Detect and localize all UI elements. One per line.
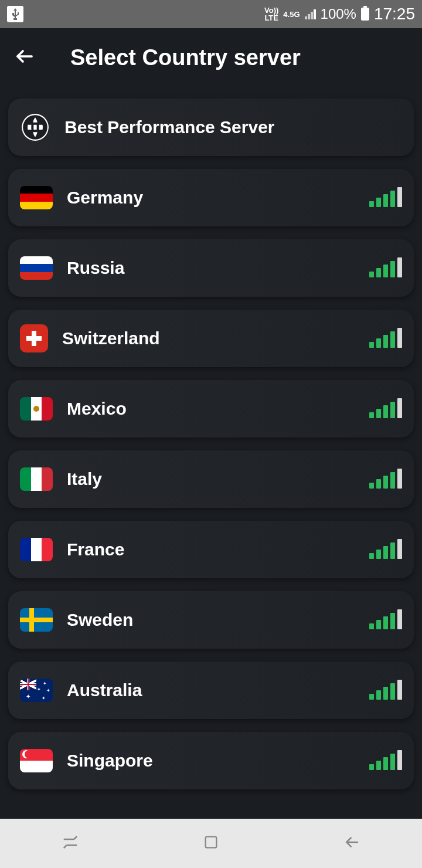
server-list: Best Performance Server Germany Russia S… <box>0 99 422 789</box>
signal-strength-icon <box>369 611 402 629</box>
server-item-switzerland[interactable]: Switzerland <box>8 310 414 367</box>
flag-australia-icon: ✦ ✦ ✦ ✦ ✦ <box>20 679 53 702</box>
volte-indicator: Vo)) LTE <box>264 6 278 22</box>
server-item-best[interactable]: Best Performance Server <box>8 99 414 156</box>
svg-rect-2 <box>206 837 217 848</box>
signal-strength-icon <box>369 259 402 277</box>
flag-switzerland-icon <box>20 324 48 352</box>
usb-icon <box>7 6 23 22</box>
header: Select Country server <box>0 28 422 87</box>
server-label: Best Performance Server <box>64 117 402 137</box>
recents-button[interactable] <box>62 833 79 853</box>
network-type-indicator: 4.5G <box>283 11 300 18</box>
signal-strength-icon <box>369 751 402 770</box>
server-label: Mexico <box>67 399 369 419</box>
globe-icon <box>20 112 50 143</box>
server-item-italy[interactable]: Italy <box>8 450 414 508</box>
signal-strength-icon <box>369 681 402 700</box>
battery-icon <box>361 8 369 21</box>
clock: 17:25 <box>374 5 415 23</box>
signal-strength-icon <box>369 540 402 559</box>
server-item-france[interactable]: France <box>8 521 414 578</box>
server-label: Singapore <box>67 751 369 771</box>
server-item-mexico[interactable]: Mexico <box>8 380 414 438</box>
flag-russia-icon <box>20 256 53 280</box>
signal-strength-icon <box>369 470 402 489</box>
flag-singapore-icon <box>20 749 53 772</box>
server-label: Italy <box>67 469 369 489</box>
status-bar: Vo)) LTE 4.5G 100% 17:25 <box>0 0 422 28</box>
flag-france-icon <box>20 538 53 561</box>
battery-percentage: 100% <box>321 6 356 22</box>
home-button[interactable] <box>203 834 219 853</box>
server-item-russia[interactable]: Russia <box>8 239 414 297</box>
server-label: Switzerland <box>62 328 369 348</box>
system-nav-bar <box>0 819 422 868</box>
flag-italy-icon <box>20 467 53 491</box>
flag-sweden-icon <box>20 608 53 632</box>
signal-strength-icon <box>369 188 402 207</box>
server-label: Germany <box>67 188 369 208</box>
server-item-sweden[interactable]: Sweden <box>8 591 414 649</box>
server-item-singapore[interactable]: Singapore <box>8 732 414 789</box>
server-item-germany[interactable]: Germany <box>8 169 414 226</box>
cell-signal-icon <box>305 9 316 19</box>
flag-germany-icon <box>20 186 53 209</box>
server-item-australia[interactable]: ✦ ✦ ✦ ✦ ✦ Australia <box>8 662 414 719</box>
signal-strength-icon <box>369 329 402 348</box>
server-label: Russia <box>67 258 369 278</box>
server-label: France <box>67 540 369 560</box>
flag-mexico-icon <box>20 397 53 421</box>
page-title: Select Country server <box>70 45 301 70</box>
back-button[interactable] <box>14 46 35 69</box>
server-label: Sweden <box>67 610 369 630</box>
server-label: Australia <box>67 680 369 700</box>
signal-strength-icon <box>369 399 402 418</box>
back-nav-button[interactable] <box>343 833 360 853</box>
